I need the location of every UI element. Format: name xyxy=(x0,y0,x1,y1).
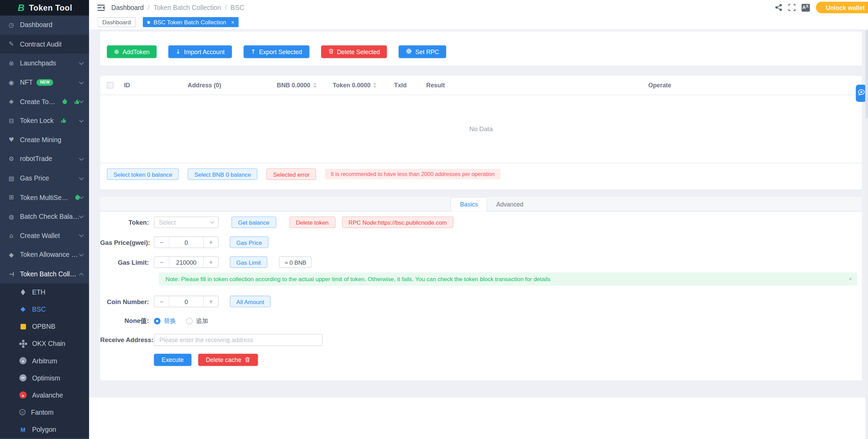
sidebar-item-label: ETH xyxy=(32,288,46,296)
sidebar-item-token-lock[interactable]: ⊟Token Lock xyxy=(0,111,89,130)
sidebar-item-create-token[interactable]: ◈Create Token xyxy=(0,92,89,111)
sidebar-item-eth[interactable]: ETH xyxy=(0,284,89,301)
collection-form-panel: Basics Advanced Token: Select Get balanc… xyxy=(100,197,862,380)
sidebar-item-label: robotTrade xyxy=(20,155,52,163)
gas-limit-button[interactable]: Gas Limit xyxy=(230,256,267,268)
sort-icon[interactable] xyxy=(373,83,377,88)
select-all-checkbox[interactable] xyxy=(107,82,113,88)
export-selected-button[interactable]: ↑Export Selected xyxy=(243,46,309,58)
sidebar-item-batch-check-balance[interactable]: ◍Batch Check Balance xyxy=(0,207,89,226)
sort-icon[interactable] xyxy=(313,83,316,88)
gas-price-value[interactable]: 0 xyxy=(169,237,203,248)
accounts-table: ID Address (0) BNB 0.0000 Token 0.0000 T… xyxy=(100,76,862,189)
token-select[interactable]: Select xyxy=(154,216,218,228)
create-mining-icon: ♥ xyxy=(7,136,15,143)
trash-icon xyxy=(328,48,334,55)
sidebar-item-label: Fantom xyxy=(31,409,54,416)
sidebar-item-optimism[interactable]: Optimism xyxy=(0,369,89,387)
screen: B Token Tool ◷Dashboard✎Contract Audit⊛L… xyxy=(0,0,868,439)
sidebar-item-avalanche[interactable]: Avalanche xyxy=(0,387,89,404)
gas-price-button[interactable]: Gas Price xyxy=(230,236,268,248)
avalanche-chain-icon xyxy=(20,392,27,399)
page-scrollbar[interactable] xyxy=(865,30,868,439)
get-balance-button[interactable]: Get balance xyxy=(231,216,276,228)
sidebar-item-create-wallet[interactable]: ⌂Create Wallet xyxy=(0,226,89,245)
sidebar-item-token-allowance-checker[interactable]: ◆Token Allowance Checker xyxy=(0,245,89,264)
close-icon[interactable]: × xyxy=(231,19,234,25)
bsc-chain-icon xyxy=(20,306,27,313)
no-data-text: No Data xyxy=(469,126,493,132)
chevron-down-icon xyxy=(79,175,84,180)
increment-button[interactable]: + xyxy=(203,257,218,267)
decrement-button[interactable]: − xyxy=(154,237,169,248)
radio-replace-label[interactable]: 替换 xyxy=(164,317,176,325)
sidebar-item-create-mining[interactable]: ♥Create Mining xyxy=(0,130,89,150)
robottrade-icon: ⚙ xyxy=(7,155,15,163)
sidebar-item-launchpads[interactable]: ⊛Launchpads xyxy=(0,54,89,73)
sidebar-item-bsc[interactable]: BSC xyxy=(0,301,89,318)
decrement-button[interactable]: − xyxy=(154,296,169,307)
breadcrumb-separator: / xyxy=(148,4,149,12)
gas-limit-value[interactable]: 210000 xyxy=(169,257,203,267)
rpc-node-button[interactable]: RPC Node:https://bsc.publicnode.com xyxy=(342,216,453,228)
sidebar-item-robottrade[interactable]: ⚙robotTrade xyxy=(0,150,89,169)
execute-button[interactable]: Execute xyxy=(154,354,191,366)
sidebar-item-gas-price[interactable]: ▤Gas Price xyxy=(0,169,89,188)
tag-dashboard[interactable]: Dashboard xyxy=(98,17,136,27)
sidebar-item-polygon[interactable]: Polygon xyxy=(0,421,89,438)
increment-button[interactable]: + xyxy=(203,237,218,248)
close-icon[interactable]: × xyxy=(849,276,852,282)
sidebar-item-token-multisender[interactable]: ⊞Token MultiSender xyxy=(0,188,89,207)
column-header-address: Address (0) xyxy=(188,82,277,88)
sidebar-item-okx-chain[interactable]: OKX Chain xyxy=(0,335,89,352)
increment-button[interactable]: + xyxy=(203,296,218,307)
token-lock-icon: ⊟ xyxy=(7,117,15,124)
sidebar-item-fantom[interactable]: Fantom xyxy=(0,404,89,421)
delete-selected-button[interactable]: Delete Selected xyxy=(321,46,387,58)
all-amount-button[interactable]: All Amount xyxy=(230,296,271,307)
select-token-0-balance-button[interactable]: Select token 0 balance xyxy=(107,168,179,180)
nonce-label: None值: xyxy=(100,317,154,325)
fullscreen-icon[interactable] xyxy=(788,4,795,11)
add-token-button[interactable]: ⊕AddToken xyxy=(107,46,157,58)
sidebar-item-label: NFT xyxy=(20,79,33,87)
support-chat-button[interactable] xyxy=(856,85,866,102)
share-icon[interactable] xyxy=(775,4,782,11)
unlock-wallet-button[interactable]: Unlock wallet xyxy=(816,2,868,13)
select-bnb-0-balance-button[interactable]: Select BNB 0 balance xyxy=(188,168,257,180)
sidebar-item-opbnb[interactable]: OPBNB xyxy=(0,318,89,335)
gas-price-row: Gas Price(gwei): − 0 + Gas Price xyxy=(100,236,862,248)
radio-append-label[interactable]: 追加 xyxy=(196,317,208,325)
trash-icon xyxy=(245,356,250,363)
sidebar-item-arbitrum[interactable]: Arbitrum xyxy=(0,352,89,369)
gas-limit-row: Gas Limit: − 210000 + Gas Limit ≈ 0 BNB xyxy=(100,256,862,268)
breadcrumb-token-batch-collection[interactable]: Token Batch Collection xyxy=(153,4,221,12)
selected-error-button[interactable]: Selected error xyxy=(266,168,316,180)
sidebar-item-dashboard[interactable]: ◷Dashboard xyxy=(0,15,89,35)
app-logo[interactable]: B Token Tool xyxy=(0,0,89,15)
sidebar-item-label: Create Token xyxy=(20,98,56,106)
import-account-button[interactable]: ↓Import Account xyxy=(168,46,232,58)
token-allowance-checker-icon: ◆ xyxy=(7,251,15,259)
decrement-button[interactable]: − xyxy=(154,257,169,267)
tab-advanced[interactable]: Advanced xyxy=(487,197,532,212)
content: ⊕AddToken ↓Import Account ↑Export Select… xyxy=(89,30,868,397)
chevron-down-icon xyxy=(79,213,84,218)
sidebar-item-token-batch-collection[interactable]: ⊣Token Batch Collection xyxy=(0,264,89,284)
radio-append[interactable] xyxy=(186,317,192,324)
translate-icon[interactable]: A文 xyxy=(802,4,810,12)
sidebar-item-label: Token Lock xyxy=(20,117,53,125)
scrollbar-thumb[interactable] xyxy=(865,30,868,118)
coin-number-value[interactable]: 0 xyxy=(169,296,203,307)
tag-bsc-token-batch-collection[interactable]: BSC Token Batch Collection × xyxy=(143,17,239,27)
sidebar-item-contract-audit[interactable]: ✎Contract Audit xyxy=(0,35,89,54)
receive-address-input[interactable] xyxy=(154,334,323,346)
collapse-sidebar-icon[interactable] xyxy=(98,4,105,11)
set-rpc-button[interactable]: Set RPC xyxy=(399,46,446,58)
breadcrumb-dashboard[interactable]: Dashboard xyxy=(111,4,144,12)
delete-token-button[interactable]: Delete token xyxy=(289,216,335,228)
radio-replace[interactable] xyxy=(154,317,160,324)
tab-basics[interactable]: Basics xyxy=(451,197,487,212)
sidebar-item-nft[interactable]: ◉NFTNEW xyxy=(0,73,89,92)
delete-cache-button[interactable]: Delete cache xyxy=(198,354,258,366)
